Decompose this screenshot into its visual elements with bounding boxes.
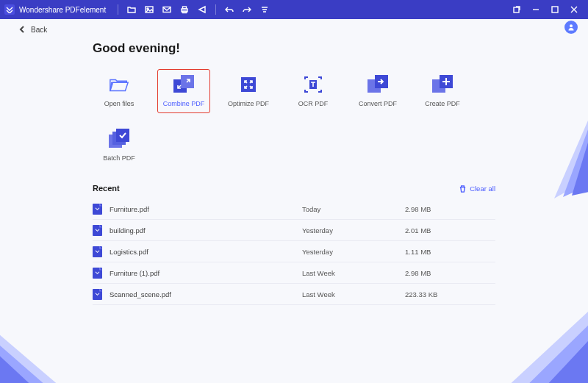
- svg-marker-28: [535, 330, 588, 383]
- folder-open-icon: [109, 75, 129, 94]
- file-name: Furniture.pdf: [110, 205, 302, 213]
- svg-marker-25: [0, 351, 37, 383]
- titlebar: Wondershare PDFelement: [0, 0, 588, 19]
- user-icon: [567, 24, 575, 31]
- window-maximize-icon[interactable]: [545, 0, 564, 19]
- recent-file-row[interactable]: Logistics.pdf Yesterday 1.11 MB: [93, 241, 495, 262]
- image-icon[interactable]: [144, 4, 154, 15]
- file-name: Furniture (1).pdf: [110, 269, 302, 277]
- recent-file-row[interactable]: Scanned_scene.pdf Last Week 223.33 KB: [93, 284, 495, 305]
- avatar[interactable]: [564, 21, 578, 34]
- file-size: 2.01 MB: [405, 226, 431, 235]
- print-icon[interactable]: [179, 4, 190, 15]
- decoration-bottom-right: [481, 302, 588, 383]
- content: Good evening! Open files Combine PDF Opt…: [0, 40, 588, 305]
- convert-icon: [368, 75, 388, 94]
- action-label: Create PDF: [425, 100, 460, 107]
- action-convert-pdf[interactable]: Convert PDF: [351, 69, 404, 113]
- file-date: Today: [302, 205, 405, 213]
- file-size: 2.98 MB: [405, 205, 431, 213]
- action-label: Combine PDF: [163, 100, 205, 107]
- file-date: Yesterday: [302, 226, 405, 235]
- clear-icon: [459, 185, 467, 193]
- action-label: Open files: [104, 100, 135, 107]
- pdf-file-icon: [93, 204, 102, 215]
- recent-file-row[interactable]: building.pdf Yesterday 2.01 MB: [93, 220, 495, 241]
- svg-rect-19: [116, 129, 129, 142]
- separator: [215, 4, 216, 15]
- app-logo-icon: [4, 4, 15, 15]
- action-label: Optimize PDF: [228, 100, 269, 107]
- mail-icon[interactable]: [162, 4, 172, 15]
- svg-marker-27: [514, 315, 588, 383]
- recent-file-row[interactable]: Furniture (1).pdf Last Week 2.98 MB: [93, 262, 495, 284]
- window-minimize-icon[interactable]: [526, 0, 545, 19]
- app-title: Wondershare PDFelement: [19, 6, 106, 14]
- action-batch-pdf[interactable]: Batch PDF: [93, 124, 146, 168]
- combine-icon: [173, 75, 194, 94]
- recent-title: Recent: [93, 184, 120, 193]
- redo-icon[interactable]: [242, 4, 252, 15]
- svg-rect-6: [514, 7, 519, 12]
- actions-row-2: Batch PDF: [93, 124, 495, 168]
- window-popout-icon[interactable]: [507, 0, 526, 19]
- pdf-file-icon: [93, 246, 102, 257]
- back-button[interactable]: Back: [7, 25, 47, 34]
- clear-all-button[interactable]: Clear all: [459, 185, 495, 193]
- create-icon: [432, 75, 453, 94]
- back-label: Back: [31, 26, 47, 34]
- open-folder-icon[interactable]: [126, 4, 137, 15]
- separator: [118, 4, 118, 15]
- action-label: Batch PDF: [103, 154, 135, 162]
- file-date: Yesterday: [302, 248, 405, 256]
- decoration-bottom-left: [0, 324, 82, 383]
- svg-rect-11: [241, 77, 256, 92]
- file-date: Last Week: [302, 290, 405, 298]
- pdf-file-icon: [93, 289, 102, 300]
- svg-rect-7: [552, 7, 558, 12]
- action-combine-pdf[interactable]: Combine PDF: [157, 69, 210, 113]
- action-open-files[interactable]: Open files: [93, 69, 146, 113]
- actions-row-1: Open files Combine PDF Optimize PDF OCR …: [93, 69, 495, 113]
- file-name: Scanned_scene.pdf: [110, 290, 302, 298]
- file-name: Logistics.pdf: [110, 248, 302, 256]
- action-label: OCR PDF: [298, 100, 329, 107]
- share-icon[interactable]: [197, 4, 207, 15]
- undo-icon[interactable]: [224, 4, 234, 15]
- ocr-icon: [303, 75, 323, 94]
- file-name: building.pdf: [110, 226, 302, 235]
- action-create-pdf[interactable]: Create PDF: [416, 69, 469, 113]
- pdf-file-icon: [93, 225, 102, 236]
- file-size: 223.33 KB: [405, 290, 437, 298]
- clear-all-label: Clear all: [470, 185, 495, 193]
- greeting: Good evening!: [93, 41, 495, 56]
- action-ocr-pdf[interactable]: OCR PDF: [287, 69, 340, 113]
- pdf-file-icon: [93, 268, 102, 279]
- svg-marker-24: [0, 340, 51, 383]
- recent-file-row[interactable]: Furniture.pdf Today 2.98 MB: [93, 198, 495, 220]
- file-size: 2.98 MB: [405, 269, 431, 277]
- recent-header: Recent Clear all: [93, 184, 495, 193]
- chevron-left-icon: [18, 25, 26, 34]
- svg-marker-26: [495, 302, 588, 383]
- recent-file-list: Furniture.pdf Today 2.98 MB building.pdf…: [93, 198, 495, 305]
- back-row: Back: [0, 19, 588, 40]
- action-label: Convert PDF: [359, 100, 397, 107]
- svg-marker-23: [0, 330, 65, 383]
- action-optimize-pdf[interactable]: Optimize PDF: [222, 69, 275, 113]
- batch-icon: [109, 129, 129, 148]
- optimize-icon: [238, 75, 259, 94]
- file-size: 1.11 MB: [405, 248, 431, 256]
- window-close-icon[interactable]: [564, 0, 584, 19]
- svg-point-8: [570, 24, 573, 27]
- svg-rect-4: [183, 7, 187, 9]
- menu-down-icon[interactable]: [259, 4, 270, 15]
- file-date: Last Week: [302, 269, 405, 277]
